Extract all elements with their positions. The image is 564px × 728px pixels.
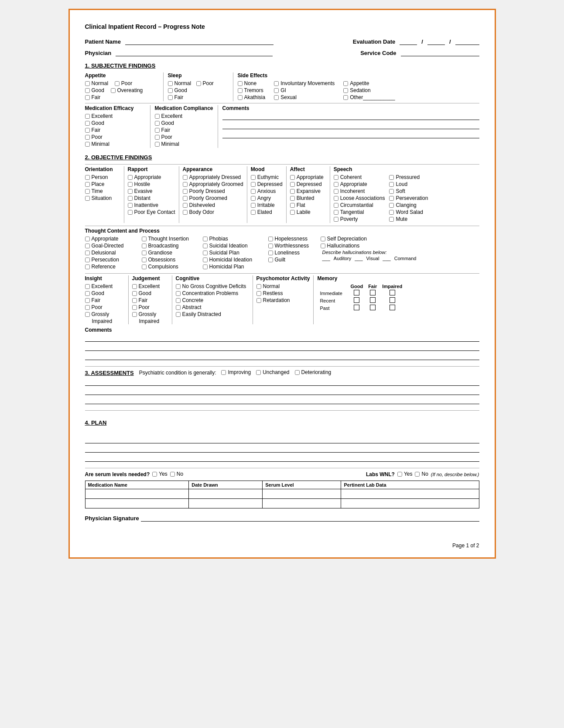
tc-compulsions[interactable]: Compulsions (142, 264, 198, 270)
mood-irritable[interactable]: Irritable (251, 202, 283, 208)
tc-thought-insertion[interactable]: Thought Insertion (142, 236, 198, 242)
assess-line-3[interactable] (85, 397, 479, 404)
affect-depressed[interactable]: Depressed (290, 181, 326, 187)
me-minimal[interactable]: Minimal (85, 141, 146, 147)
judgement-excellent[interactable]: Excellent (132, 283, 168, 289)
speech-mute[interactable]: Mute (389, 216, 428, 222)
tc-goal-directed[interactable]: Goal-Directed (85, 243, 137, 249)
speech-loud[interactable]: Loud (389, 181, 428, 187)
appetite-fair[interactable]: Fair (85, 94, 159, 100)
rapport-evasive[interactable]: Evasive (128, 188, 175, 194)
patient-name-field[interactable] (125, 38, 273, 45)
labs-no[interactable]: No (415, 471, 428, 477)
med-name-1[interactable] (85, 489, 189, 499)
assess-line-2[interactable] (85, 388, 479, 395)
orient-situation[interactable]: Situation (85, 195, 120, 201)
speech-incoherent[interactable]: Incoherent (334, 188, 385, 194)
serum-no[interactable]: No (170, 471, 183, 477)
se-sexual[interactable]: Sexual (274, 94, 335, 100)
psych-normal[interactable]: Normal (256, 283, 310, 289)
affect-labile[interactable]: Labile (290, 209, 326, 215)
mood-anxious[interactable]: Anxious (251, 188, 283, 194)
mood-depressed[interactable]: Depressed (251, 181, 283, 187)
me-good[interactable]: Good (85, 120, 146, 126)
tc-broadcasting[interactable]: Broadcasting (142, 243, 198, 249)
labs-yes[interactable]: Yes (397, 471, 413, 477)
date-drawn-2[interactable] (189, 499, 263, 508)
me-fair[interactable]: Fair (85, 127, 146, 133)
se-sedation[interactable]: Sedation (343, 87, 395, 93)
se-akathisia[interactable]: Akathisia (238, 94, 266, 100)
speech-poverty[interactable]: Poverty (334, 216, 385, 222)
comments-line-3[interactable] (222, 131, 479, 138)
app-poorly-dressed[interactable]: Poorly Dressed (183, 188, 243, 194)
plan-line-2[interactable] (85, 446, 479, 453)
memory-past-impaired[interactable] (379, 304, 405, 312)
appetite-normal[interactable]: Normal Poor (85, 80, 159, 86)
insight-poor[interactable]: Poor (85, 304, 125, 310)
tc-obsessions[interactable]: Obsessions (142, 257, 198, 263)
date-drawn-1[interactable] (189, 489, 263, 499)
rapport-hostile[interactable]: Hostile (128, 181, 175, 187)
tc-homicidal-plan[interactable]: Homicidal Plan (203, 264, 264, 270)
mood-angry[interactable]: Angry (251, 195, 283, 201)
plan-line-1[interactable] (85, 436, 479, 443)
serum-level-2[interactable] (263, 499, 341, 508)
memory-immediate-good[interactable] (348, 289, 366, 297)
se-gi[interactable]: GI (274, 87, 335, 93)
tc-appropriate[interactable]: Appropriate (85, 236, 137, 242)
tc-worthlessness[interactable]: Worthlessness (268, 243, 316, 249)
mc-minimal[interactable]: Minimal (155, 141, 213, 147)
insight-good[interactable]: Good (85, 290, 125, 296)
sleep-good[interactable]: Good (168, 87, 229, 93)
judgement-fair[interactable]: Fair (132, 297, 168, 303)
judgement-poor[interactable]: Poor (132, 304, 168, 310)
judgement-good[interactable]: Good (132, 290, 168, 296)
eval-date-month[interactable] (400, 45, 417, 45)
serum-level-1[interactable] (263, 489, 341, 499)
physician-field[interactable] (116, 49, 273, 56)
appetite-good[interactable]: Good Overeating (85, 87, 159, 93)
se-tremors[interactable]: Tremors (238, 87, 266, 93)
cog-abstract[interactable]: Abstract (176, 304, 249, 310)
tc-reference[interactable]: Reference (85, 264, 137, 270)
speech-loose[interactable]: Loose Associations (334, 195, 385, 201)
pertinent-lab-2[interactable] (341, 499, 479, 508)
tc-phobias[interactable]: Phobias (203, 236, 264, 242)
comments-line-1[interactable] (222, 113, 479, 120)
me-excellent[interactable]: Excellent (85, 113, 146, 119)
obj-comments-line-2[interactable] (85, 344, 479, 351)
mc-excellent[interactable]: Excellent (155, 113, 213, 119)
memory-recent-impaired[interactable] (379, 297, 405, 304)
tc-grandiose[interactable]: Grandiose (142, 250, 198, 256)
eval-date-day[interactable] (427, 45, 445, 45)
mood-elated[interactable]: Elated (251, 209, 283, 215)
memory-recent-fair[interactable] (366, 297, 379, 304)
cog-no-gross[interactable]: No Gross Cognitive Deficits (176, 283, 249, 289)
tc-homicidal-ideation[interactable]: Homicidal Ideation (203, 257, 264, 263)
tc-persecution[interactable]: Persecution (85, 257, 137, 263)
insight-grossly[interactable]: Grossly (85, 311, 125, 317)
affect-appropriate[interactable]: Appropriate (290, 174, 326, 180)
sleep-normal[interactable]: Normal Poor (168, 80, 229, 86)
tc-hopelessness[interactable]: Hopelessness (268, 236, 316, 242)
speech-perseveration[interactable]: Perseveration (389, 195, 428, 201)
memory-recent-good[interactable] (348, 297, 366, 304)
memory-past-fair[interactable] (366, 304, 379, 312)
mc-poor[interactable]: Poor (155, 134, 213, 140)
cog-easily-distracted[interactable]: Easily Distracted (176, 311, 249, 317)
sleep-fair[interactable]: Fair (168, 94, 229, 100)
orient-place[interactable]: Place (85, 181, 120, 187)
speech-coherent[interactable]: Coherent (334, 174, 385, 180)
tc-guilt[interactable]: Guilt (268, 257, 316, 263)
tc-suicidal-ideation[interactable]: Suicidal Ideation (203, 243, 264, 249)
service-code-field[interactable] (401, 49, 479, 56)
speech-tangential[interactable]: Tangential (334, 209, 385, 215)
speech-clanging[interactable]: Clanging (389, 202, 428, 208)
obj-comments-line-3[interactable] (85, 353, 479, 360)
psych-retardation[interactable]: Retardation (256, 297, 310, 303)
orient-time[interactable]: Time (85, 188, 120, 194)
judgement-grossly[interactable]: Grossly (132, 311, 168, 317)
affect-expansive[interactable]: Expansive (290, 188, 326, 194)
se-appetite[interactable]: Appetite (343, 80, 395, 86)
